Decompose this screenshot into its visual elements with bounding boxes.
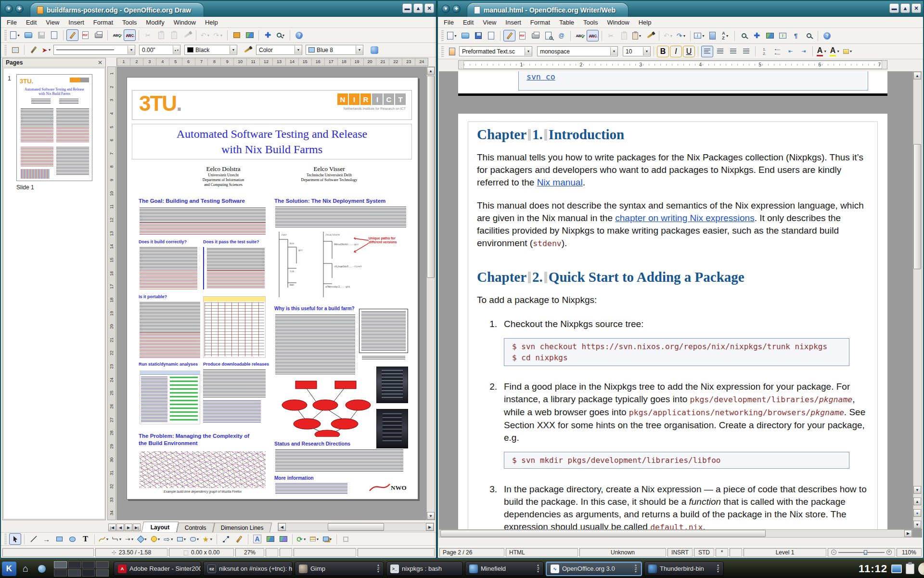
draw-vscroll-thumb[interactable]: [427, 76, 435, 278]
stars-tool[interactable]: ★▼: [202, 533, 214, 545]
menu-file[interactable]: File: [444, 19, 454, 26]
menu-insert[interactable]: Insert: [68, 19, 84, 26]
desktop-7[interactable]: [82, 569, 95, 577]
find-replace-button[interactable]: [738, 30, 750, 41]
draw-canvas[interactable]: 3TU. N I R I C T Netherlands Institute f…: [116, 66, 428, 520]
tray-overflow-icon[interactable]: [918, 563, 924, 575]
zoom-out-icon[interactable]: −: [831, 550, 836, 555]
page-preview-button[interactable]: [542, 30, 554, 41]
underline-button[interactable]: U: [683, 46, 695, 57]
writer-horizontal-scrollbar[interactable]: ▶: [439, 529, 912, 538]
autospellcheck-button[interactable]: ABC: [124, 29, 136, 41]
undo-button[interactable]: ↶▼: [662, 30, 674, 41]
line-tool[interactable]: [27, 533, 39, 545]
gallery-button[interactable]: [244, 29, 256, 41]
open-button[interactable]: [459, 30, 471, 41]
paste-button[interactable]: [168, 29, 180, 41]
edit-file-button[interactable]: [66, 29, 78, 41]
copy-button[interactable]: [155, 29, 167, 41]
desktop-4[interactable]: [96, 561, 109, 568]
nix-manual-link[interactable]: Nix manual: [537, 177, 583, 187]
edit-file-button[interactable]: [503, 30, 515, 41]
clock[interactable]: 11:12: [859, 563, 887, 575]
menu-table[interactable]: Table: [559, 19, 574, 26]
scroll-up-button[interactable]: ▲: [913, 72, 921, 79]
window-menu-button[interactable]: ▼: [5, 5, 13, 13]
paragraph-style-select[interactable]: Preformatted Text.sc ▼: [459, 46, 532, 56]
line-color-select[interactable]: Black ▼: [184, 45, 237, 55]
help-button[interactable]: ?: [821, 30, 833, 41]
menu-window[interactable]: Window: [607, 19, 629, 26]
rectangle-tool[interactable]: [53, 533, 65, 545]
gluepoints-tool[interactable]: [233, 533, 245, 545]
task-gimp[interactable]: Gimp ▲2▼: [295, 562, 384, 576]
menu-file[interactable]: File: [7, 19, 17, 26]
bullet-list-button[interactable]: •—•—: [771, 46, 783, 57]
zoom-percent-field[interactable]: 110%: [897, 548, 922, 557]
desktop-3[interactable]: [82, 561, 95, 568]
navigation-button[interactable]: ●: [913, 509, 921, 517]
window-pin-button[interactable]: ✚: [15, 5, 24, 13]
window-pin-button[interactable]: ✚: [452, 5, 461, 13]
gallery-tool-2[interactable]: [277, 533, 289, 545]
paste-button[interactable]: ▼: [631, 30, 643, 41]
tab-layout[interactable]: Layout: [141, 522, 179, 532]
last-page-button[interactable]: ▶|: [133, 524, 141, 531]
scroll-down-button[interactable]: ▼: [913, 486, 921, 494]
menu-edit[interactable]: Edit: [26, 19, 37, 26]
scroll-left-button[interactable]: ◀: [278, 523, 286, 531]
previous-page-nav-button[interactable]: ▲: [913, 498, 921, 505]
lines-arrows-tool[interactable]: ⇢▼: [124, 533, 136, 545]
from-file-tool[interactable]: [264, 533, 276, 545]
window-menu-button[interactable]: ▼: [442, 5, 450, 13]
menu-format[interactable]: Format: [93, 19, 113, 26]
zoom-in-icon[interactable]: +: [886, 550, 892, 555]
text-tool[interactable]: T: [79, 533, 91, 545]
menu-format[interactable]: Format: [530, 19, 550, 26]
close-button[interactable]: ✕: [424, 3, 434, 13]
sort-button[interactable]: AZ▼: [719, 30, 732, 41]
kmenu-button[interactable]: K: [2, 562, 16, 576]
zoom-level-field[interactable]: 27%: [235, 548, 264, 557]
callouts-tool[interactable]: ▼: [189, 533, 201, 545]
highlighting-button[interactable]: A▼: [829, 46, 841, 57]
prev-page-button[interactable]: ◀: [116, 524, 124, 531]
redo-button[interactable]: ↷▼: [675, 30, 687, 41]
menu-tools[interactable]: Tools: [583, 19, 598, 26]
task-openoffice[interactable]: ∿ OpenOffice.org 3.0 ▲2▼: [546, 562, 642, 576]
pages-panel-close-icon[interactable]: ✕: [98, 59, 103, 66]
ellipse-tool[interactable]: [66, 533, 78, 545]
poster-page[interactable]: 3TU. N I R I C T Netherlands Institute f…: [127, 77, 418, 499]
numbered-list-button[interactable]: 1.2.: [758, 46, 770, 57]
menu-insert[interactable]: Insert: [505, 19, 521, 26]
redo-button[interactable]: ↷▼: [212, 29, 224, 41]
edit-points-icon[interactable]: [9, 44, 21, 56]
writer-titlebar[interactable]: ▼ ✚ manual.html - OpenOffice.org Writer/…: [438, 1, 923, 17]
curve-tool[interactable]: ▼: [98, 533, 110, 545]
flowchart-tool[interactable]: ▼: [176, 533, 188, 545]
edit-points-tool[interactable]: [220, 533, 232, 545]
display-settings-tray-icon[interactable]: [891, 565, 902, 573]
insert-hyperlink-button[interactable]: [706, 30, 719, 41]
language-field[interactable]: Unknown: [579, 548, 666, 557]
selection-mode-field[interactable]: STD: [694, 548, 714, 557]
first-page-button[interactable]: |◀: [108, 524, 116, 531]
home-button[interactable]: ⌂: [18, 562, 33, 576]
line-style-select[interactable]: ▼: [53, 45, 135, 55]
menu-view[interactable]: View: [46, 19, 59, 26]
page-style-field[interactable]: HTML: [506, 548, 578, 557]
font-color-button[interactable]: A▼: [816, 46, 828, 57]
arrange-tool[interactable]: ▼: [321, 533, 334, 545]
next-page-nav-button[interactable]: ▼: [913, 521, 921, 528]
italic-button[interactable]: I: [670, 46, 682, 57]
writer-vertical-scrollbar[interactable]: ▲ ▼ ▲ ● ▼: [913, 71, 922, 529]
alignment-tool[interactable]: ▼: [308, 533, 321, 545]
close-button[interactable]: ✕: [911, 3, 921, 13]
crop-tool[interactable]: [340, 533, 352, 545]
align-left-button[interactable]: [701, 46, 713, 57]
slide-thumbnail[interactable]: 3TU. Automated Software Testing and Rele…: [16, 74, 92, 181]
line-width-input[interactable]: 0.00" ▲▼: [139, 45, 180, 55]
fill-color-select[interactable]: Blue 8 ▼: [306, 45, 363, 55]
block-arrows-tool[interactable]: ⇨▼: [163, 533, 175, 545]
save-button[interactable]: [35, 29, 47, 41]
